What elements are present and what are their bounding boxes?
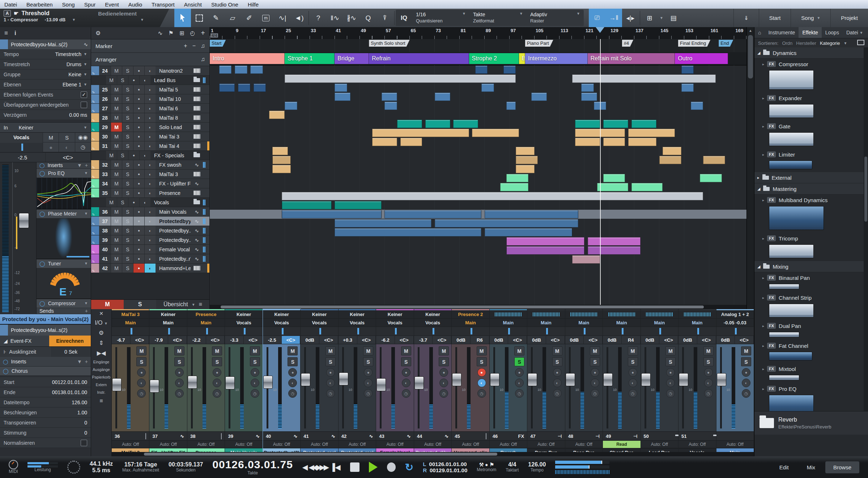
strip-mute-button[interactable]: M: [439, 346, 449, 355]
param-row--berlappungen-wiedergeben[interactable]: Überlappungen wiedergeben: [0, 100, 91, 110]
strip-knob-icon[interactable]: ◷: [251, 389, 259, 398]
clip[interactable]: [384, 210, 481, 218]
power-icon[interactable]: ◯: [3, 359, 8, 364]
bus-track-row[interactable]: MS●◐Vocals: [91, 198, 209, 207]
track-solo-button[interactable]: S: [122, 66, 133, 75]
strip-volume-value[interactable]: 0dB: [452, 336, 471, 344]
mixer-strip-protected-rcel[interactable]: KeinerVocals0dB<C>10MS●◐◷41∿Auto: OffPro…: [301, 309, 338, 456]
event-name-row[interactable]: Protectedbyyou-Mai..s(2): [0, 324, 91, 336]
fader-cap[interactable]: [603, 373, 613, 386]
nudge-back-button[interactable]: ◀: [302, 463, 308, 471]
macro-plug-button[interactable]: ⍒: [376, 9, 393, 27]
clip[interactable]: [581, 84, 594, 92]
power-icon[interactable]: ◯: [39, 163, 45, 168]
track-color-chip[interactable]: ∿: [91, 141, 99, 150]
strip-input-row[interactable]: [565, 310, 603, 319]
clip[interactable]: [272, 147, 288, 155]
browser-tab-loops[interactable]: Loops: [822, 27, 843, 38]
channel-pan-value[interactable]: <C>: [46, 152, 91, 162]
strip-solo-button[interactable]: S: [326, 357, 336, 366]
track-record-button[interactable]: ●: [133, 160, 144, 169]
track-monitor-button[interactable]: ◐: [144, 235, 156, 244]
strip-record-button[interactable]: ●: [288, 368, 297, 377]
strip-mute-button[interactable]: M: [703, 346, 714, 355]
strip-solo-button[interactable]: S: [212, 357, 222, 366]
track-row[interactable]: ∿42MS●◐Hammond+Leslie: [91, 264, 209, 273]
clip[interactable]: [372, 138, 397, 146]
param-row-tempo[interactable]: TempoTimestretch▼: [0, 49, 91, 59]
track-mute-button[interactable]: M: [111, 245, 122, 254]
add-track-button[interactable]: +: [201, 29, 205, 37]
strip-record-button[interactable]: ●: [742, 368, 750, 377]
track-color-chip[interactable]: ∿: [91, 170, 99, 179]
strip-solo-button[interactable]: S: [628, 357, 638, 366]
strip-pan-slider[interactable]: [225, 327, 262, 336]
strip-knob-icon[interactable]: ◷: [477, 389, 486, 398]
strip-fader-area[interactable]: 10MS●◐◷: [301, 344, 338, 431]
effect-thumbnail[interactable]: [769, 395, 814, 411]
chevron-down-icon[interactable]: ▼: [140, 18, 144, 22]
effect-thumbnail[interactable]: [769, 161, 812, 169]
track-monitor-button[interactable]: ◐: [144, 123, 156, 132]
fade-out-value[interactable]: 0 Sek: [51, 347, 91, 357]
clock-icon[interactable]: ◴: [190, 30, 195, 37]
automation-value[interactable]: -13.09 dB: [44, 17, 65, 22]
checkbox[interactable]: [81, 102, 87, 108]
mixer-strip-maitai-3[interactable]: MaiTai 3Main-6.7<C>10MS●◐◷36Auto: OffMai…: [112, 309, 149, 456]
layout-grid-icon[interactable]: ⊞: [179, 30, 184, 37]
strip-solo-button[interactable]: S: [250, 357, 260, 366]
track-solo-button[interactable]: S: [117, 76, 128, 85]
sort-option-category[interactable]: Kategorie: [820, 40, 840, 46]
strip-fader-area[interactable]: 10MS●◐◷: [263, 344, 300, 431]
track-color-chip[interactable]: ∿: [91, 123, 99, 132]
track-mute-button[interactable]: M: [111, 264, 122, 273]
strip-fader-area[interactable]: 10MS●◐◷: [376, 344, 413, 431]
effect-thumbnail[interactable]: [769, 304, 814, 317]
expand-vertical-icon[interactable]: ⇕: [99, 340, 103, 346]
track-name[interactable]: Solo Lead: [156, 123, 191, 132]
strip-output-row[interactable]: Main: [565, 319, 603, 327]
clip[interactable]: [485, 228, 572, 236]
browser-folder-mixing[interactable]: ◢Mixing: [754, 261, 864, 272]
mixer-strip-fx-uplifter-fx[interactable]: KeinerMain-7.9<C>10MS●◐◷37∿Auto: OffFX -…: [149, 309, 187, 456]
clip[interactable]: [631, 120, 656, 128]
strip-pan-slider[interactable]: [263, 327, 300, 336]
track-name[interactable]: Protectedbyy..rcel: [156, 235, 191, 244]
clip[interactable]: [506, 237, 584, 246]
quantize-button[interactable]: Q: [360, 9, 376, 27]
strip-volume-value[interactable]: -7.9: [149, 336, 168, 344]
channel-pan-slider[interactable]: [0, 143, 43, 152]
browser-scrollbar[interactable]: [864, 47, 868, 411]
param-row-ebenen-folgen-events[interactable]: Ebenen folgen Events✓: [0, 90, 91, 100]
clip[interactable]: [588, 246, 641, 255]
strip-automation-mode[interactable]: Auto: Off: [339, 440, 376, 448]
track-monitor-button[interactable]: ◐: [144, 94, 156, 103]
marker-flag-final-ending[interactable]: Final Ending: [678, 40, 710, 47]
fader-cap[interactable]: [263, 376, 273, 389]
track-row[interactable]: ∿34MS●◐FX - Uplifter FX∿: [91, 179, 209, 188]
param-row-transponieren[interactable]: Transponieren0: [0, 418, 91, 428]
strip-solo-button[interactable]: S: [363, 357, 373, 366]
track-mute-button[interactable]: M: [111, 85, 122, 94]
strip-record-button[interactable]: ●: [591, 368, 599, 377]
strip-pan-value[interactable]: R6: [471, 336, 489, 344]
page-button-song[interactable]: Song▼: [791, 9, 830, 27]
track-record-button[interactable]: ●: [133, 141, 144, 150]
track-record-button[interactable]: ●: [133, 132, 144, 141]
effect-thumbnail[interactable]: [769, 352, 812, 360]
power-icon[interactable]: ◯: [3, 368, 9, 374]
clip[interactable]: [603, 174, 625, 182]
strip-volume-value[interactable]: -6.7: [112, 336, 131, 344]
timestretch-snap-button[interactable]: ‖∿: [327, 9, 343, 27]
track-monitor-button[interactable]: ◐: [144, 226, 156, 235]
track-name[interactable]: Protectedbyy..rcel: [156, 226, 191, 235]
forward-button[interactable]: ▶▶: [316, 463, 323, 471]
fader-cap[interactable]: [641, 373, 651, 386]
strip-knob-icon[interactable]: ◷: [742, 389, 750, 398]
browser-effect-tricomp[interactable]: ▸FXTricomp: [754, 233, 864, 244]
marker-lane[interactable]: StartSynth Solo shortPiano Part#4Final E…: [210, 39, 747, 52]
track-row[interactable]: ∿28MS●◐MaiTai 8: [91, 113, 209, 123]
strip-fader-area[interactable]: 10MS●◐◷: [716, 344, 754, 431]
clip[interactable]: [425, 120, 450, 128]
track-record-button[interactable]: ●: [133, 207, 144, 216]
